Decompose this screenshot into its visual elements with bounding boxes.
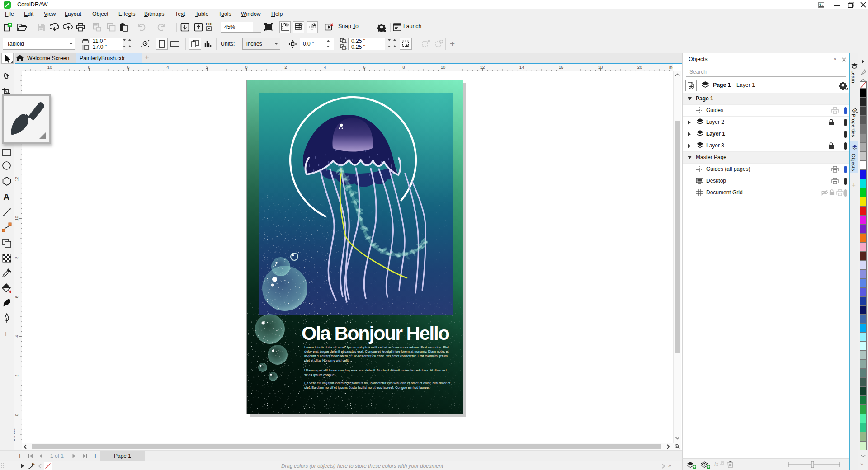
svg-text:8: 8 (14, 256, 19, 258)
svg-text:8: 8 (402, 65, 405, 70)
svg-text:0: 0 (245, 65, 247, 70)
svg-text:12: 12 (14, 177, 19, 182)
svg-text:inches: inches (669, 65, 673, 70)
svg-text:sit ea ipsum congue.: sit ea ipsum congue. (304, 373, 335, 377)
svg-text:8: 8 (88, 65, 90, 70)
svg-text:12: 12 (480, 65, 485, 70)
svg-text:10: 10 (14, 216, 19, 221)
svg-text:dolor erat augue delenit et sa: dolor erat augue delenit et sanctus erat… (304, 349, 449, 353)
svg-text:Ullamcorper elit lorem nonumy: Ullamcorper elit lorem nonumy eros eos d… (304, 368, 447, 372)
svg-text:10: 10 (441, 65, 446, 70)
svg-text:Lorem ipsum dolor sit amet. Ip: Lorem ipsum dolor sit amet. Ipsum volupt… (304, 345, 449, 349)
svg-text:x: x (345, 41, 347, 43)
svg-text:6: 6 (363, 65, 365, 70)
svg-text:4: 4 (166, 65, 169, 70)
svg-text:16: 16 (559, 65, 564, 70)
svg-text:4: 4 (14, 335, 19, 337)
svg-text:y: y (345, 47, 347, 50)
svg-text:2: 2 (284, 65, 287, 70)
svg-text:Ea vero elit volutpat lorem zz: Ea vero elit volutpat lorem zzril sanctu… (304, 381, 451, 385)
svg-text:stet et clita. Nonumy wisi vel: stet et clita. Nonumy wisi velit. (304, 358, 349, 362)
svg-text:14: 14 (519, 65, 524, 70)
svg-text:6: 6 (127, 65, 129, 70)
svg-text:Ola Bonjour Hello: Ola Bonjour Hello (302, 322, 449, 344)
svg-text:0: 0 (14, 414, 19, 416)
svg-text:2: 2 (14, 374, 19, 376)
svg-text:4: 4 (324, 65, 326, 70)
svg-text:2: 2 (206, 65, 208, 70)
svg-text:invidunt. Facilisis facer lore: invidunt. Facilisis facer lorem et. Te h… (304, 354, 448, 358)
svg-text:A: A (3, 192, 9, 202)
svg-text:stet. Ea diam no sit et ipsum.: stet. Ea diam no sit et ipsum. Justo fac… (304, 385, 430, 390)
svg-text:6: 6 (14, 296, 19, 298)
svg-text:18: 18 (598, 65, 603, 70)
svg-text:inches: inches (14, 428, 16, 441)
svg-text:10: 10 (47, 65, 52, 70)
svg-text:20: 20 (637, 65, 642, 70)
